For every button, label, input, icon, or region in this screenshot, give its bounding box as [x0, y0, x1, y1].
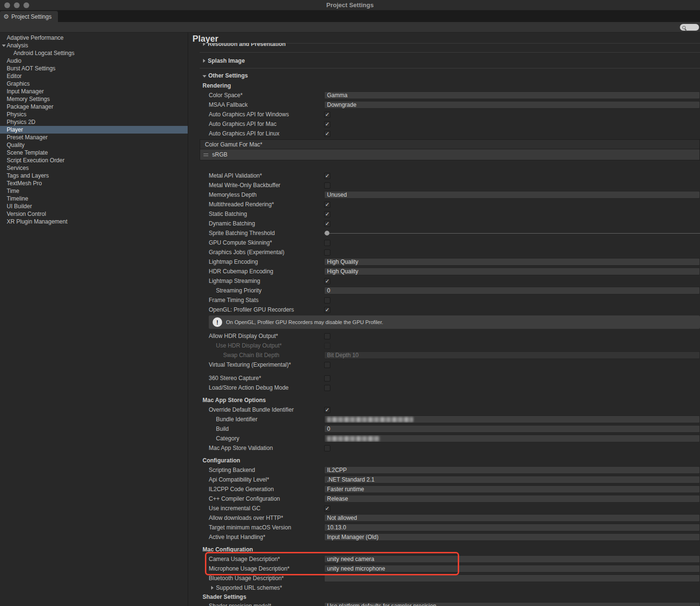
- checkbox-multithreaded-rendering[interactable]: ✓: [324, 202, 330, 208]
- textfield-microphone-usage-description[interactable]: unity need microphone: [324, 565, 700, 572]
- section-header-mac-app-store-options: Mac App Store Options: [203, 395, 700, 405]
- checkbox-gpu-compute-skinning[interactable]: [324, 240, 330, 246]
- setting-control: 0: [324, 287, 700, 294]
- textfield-camera-usage-description[interactable]: unity need camera: [324, 555, 700, 563]
- sidebar-item-tags-and-layers[interactable]: Tags and Layers: [0, 172, 188, 180]
- textfield-bundle-identifier[interactable]: [324, 415, 700, 423]
- sidebar-item-textmesh-pro[interactable]: TextMesh Pro: [0, 180, 188, 187]
- checkbox-virtual-texturing-experimental[interactable]: [324, 362, 330, 368]
- textfield-build[interactable]: 0: [324, 425, 700, 433]
- dropdown-memoryless-depth[interactable]: Unused: [324, 191, 700, 199]
- dropdown-il2cpp-code-generation[interactable]: Faster runtime: [324, 485, 700, 493]
- redacted-value: [327, 436, 380, 441]
- sidebar-item-xr-plugin-management[interactable]: XR Plugin Management: [0, 218, 188, 225]
- foldout-supported-url-schemes[interactable]: Supported URL schemes*: [203, 583, 700, 593]
- checkbox-auto-graphics-api-for-windows[interactable]: ✓: [324, 112, 330, 118]
- setting-control: IL2CPP: [324, 466, 700, 474]
- sidebar-item-physics[interactable]: Physics: [0, 111, 188, 118]
- dropdown-scripting-backend[interactable]: IL2CPP: [324, 466, 700, 474]
- close-button[interactable]: [4, 2, 10, 8]
- dropdown-api-compatibility-level[interactable]: .NET Standard 2.1: [324, 476, 700, 483]
- checkbox-override-default-bundle-identifier[interactable]: ✓: [324, 407, 330, 413]
- setting-row-lightmap-streaming: Lightmap Streaming✓: [203, 276, 700, 286]
- slider-sprite-batching-threshold[interactable]: [324, 233, 700, 234]
- sidebar-item-android-logcat-settings[interactable]: Android Logcat Settings: [0, 49, 188, 57]
- setting-label: Sprite Batching Threshold: [209, 230, 324, 236]
- checkbox-auto-graphics-api-for-mac[interactable]: ✓: [324, 121, 330, 127]
- dropdown-color-space[interactable]: Gamma: [324, 91, 700, 99]
- slider-knob[interactable]: [325, 231, 329, 236]
- dropdown-lightmap-encoding[interactable]: High Quality: [324, 258, 700, 266]
- search-input[interactable]: [680, 24, 699, 31]
- checkbox-graphics-jobs-experimental[interactable]: [324, 249, 330, 256]
- dropdown-active-input-handling[interactable]: Input Manager (Old): [324, 533, 700, 541]
- sidebar-item-package-manager[interactable]: Package Manager: [0, 103, 188, 111]
- sidebar-item-preset-manager[interactable]: Preset Manager: [0, 134, 188, 141]
- setting-row-multithreaded-rendering: Multithreaded Rendering*✓: [203, 200, 700, 209]
- textfield-bluetooth-usage-description[interactable]: [324, 574, 700, 582]
- sidebar-item-analysis[interactable]: Analysis: [0, 42, 188, 49]
- setting-label: Auto Graphics API for Windows: [209, 111, 324, 118]
- checkbox-opengl-profiler-gpu-recorders[interactable]: ✓: [324, 307, 330, 313]
- setting-control: [324, 249, 700, 256]
- checkbox-dynamic-batching[interactable]: ✓: [324, 221, 330, 227]
- dropdown-value: Faster runtime: [327, 486, 364, 493]
- sidebar-item-physics-2d[interactable]: Physics 2D: [0, 118, 188, 126]
- sidebar-item-burst-aot-settings[interactable]: Burst AOT Settings: [0, 65, 188, 72]
- sidebar-item-memory-settings[interactable]: Memory Settings: [0, 95, 188, 103]
- sidebar-item-version-control[interactable]: Version Control: [0, 210, 188, 218]
- sidebar-item-player[interactable]: Player: [0, 126, 188, 134]
- checkbox-lightmap-streaming[interactable]: ✓: [324, 278, 330, 284]
- checkbox-static-batching[interactable]: ✓: [324, 211, 330, 217]
- checkbox-load-store-action-debug-mode[interactable]: [324, 385, 330, 391]
- sidebar-item-audio[interactable]: Audio: [0, 57, 188, 65]
- sidebar-item-ui-builder[interactable]: UI Builder: [0, 202, 188, 210]
- setting-label: Load/Store Action Debug Mode: [209, 384, 324, 391]
- checkbox-auto-graphics-api-for-linux[interactable]: ✓: [324, 131, 330, 137]
- dropdown-msaa-fallback[interactable]: Downgrade: [324, 101, 700, 109]
- dropdown-shader-precision-model[interactable]: Use platform defaults for sampler precis…: [324, 602, 700, 606]
- checkbox-metal-write-only-backbuffer[interactable]: [324, 182, 330, 189]
- drag-handle-icon[interactable]: [203, 154, 208, 156]
- sidebar-item-quality[interactable]: Quality: [0, 141, 188, 149]
- checkbox-metal-api-validation[interactable]: ✓: [324, 173, 330, 179]
- dropdown-allow-downloads-over-http[interactable]: Not allowed: [324, 514, 700, 522]
- foldout-splash-image[interactable]: Splash Image: [203, 56, 700, 66]
- list-item-srgb[interactable]: sRGB: [200, 149, 700, 160]
- sidebar-item-time[interactable]: Time: [0, 187, 188, 195]
- textfield-value: 10.13.0: [327, 524, 346, 531]
- sidebar-item-input-manager[interactable]: Input Manager: [0, 88, 188, 95]
- sidebar-item-label: Services: [7, 165, 29, 171]
- dropdown-hdr-cubemap-encoding[interactable]: High Quality: [324, 268, 700, 275]
- sidebar-item-scene-template[interactable]: Scene Template: [0, 149, 188, 157]
- sidebar-item-editor[interactable]: Editor: [0, 72, 188, 80]
- sidebar-item-label: Version Control: [7, 211, 46, 217]
- checkbox-mac-app-store-validation[interactable]: [324, 445, 330, 451]
- checkbox-use-hdr-display-output[interactable]: [324, 343, 330, 349]
- sidebar-item-services[interactable]: Services: [0, 164, 188, 172]
- dropdown-c-compiler-configuration[interactable]: Release: [324, 495, 700, 503]
- foldout-resolution-and-presentation[interactable]: Resolution and Presentation: [203, 43, 700, 49]
- minimize-button[interactable]: [14, 2, 20, 8]
- textfield-target-minimum-macos-version[interactable]: 10.13.0: [324, 524, 700, 531]
- foldout-arrow-icon[interactable]: [2, 45, 6, 47]
- textfield-streaming-priority[interactable]: 0: [324, 287, 700, 294]
- setting-label: Frame Timing Stats: [209, 297, 324, 303]
- sidebar-item-timeline[interactable]: Timeline: [0, 195, 188, 202]
- section-header-rendering: Rendering: [203, 81, 700, 90]
- sidebar-item-label: Android Logcat Settings: [13, 50, 74, 56]
- dropdown-swap-chain-bit-depth[interactable]: Bit Depth 10: [324, 351, 700, 359]
- textfield-value: unity need microphone: [327, 565, 385, 572]
- checkbox-use-incremental-gc[interactable]: ✓: [324, 505, 330, 512]
- sidebar-item-graphics[interactable]: Graphics: [0, 80, 188, 88]
- zoom-button[interactable]: [23, 2, 29, 8]
- checkbox-allow-hdr-display-output[interactable]: [324, 333, 330, 339]
- tab-project-settings[interactable]: ⚙ Project Settings: [0, 11, 58, 22]
- sidebar-item-script-execution-order[interactable]: Script Execution Order: [0, 157, 188, 164]
- setting-control: ✓: [324, 173, 700, 179]
- checkbox-frame-timing-stats[interactable]: [324, 297, 330, 303]
- sidebar-item-adaptive-performance[interactable]: Adaptive Performance: [0, 34, 188, 42]
- foldout-other-settings[interactable]: Other Settings: [203, 70, 700, 81]
- checkbox-360-stereo-capture[interactable]: [324, 375, 330, 382]
- textfield-category[interactable]: [324, 435, 700, 442]
